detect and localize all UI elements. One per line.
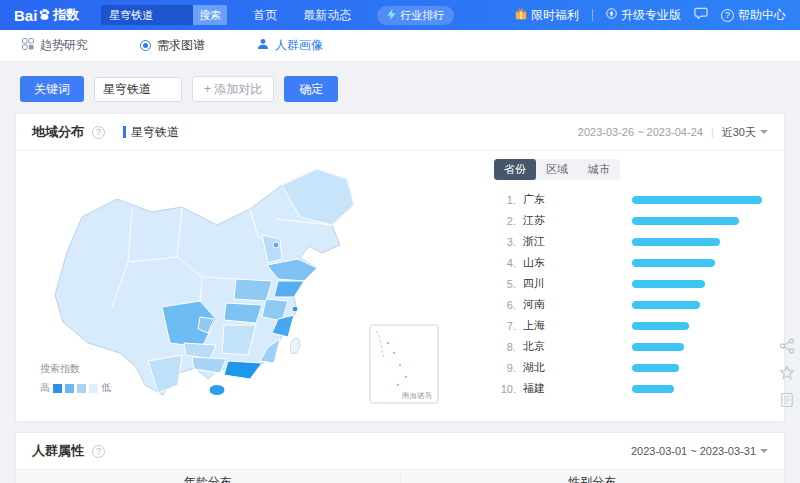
region-body: 南海诸岛 搜索指数 高 低 省份 区域 城市	[16, 151, 784, 421]
divider	[592, 9, 593, 21]
province-beijing[interactable]	[273, 242, 279, 248]
tab-trend-research[interactable]: 趋势研究	[22, 37, 88, 54]
rank-row: 6.河南	[494, 294, 768, 315]
gift-icon	[515, 8, 527, 23]
tab-demand-map[interactable]: 需求图谱	[140, 37, 205, 54]
bolt-icon	[387, 9, 396, 22]
province-guangdong[interactable]	[224, 361, 262, 379]
question-icon[interactable]	[92, 445, 105, 458]
province-ranking: 省份 区域 城市 1.广东 2.江苏 3.浙江 4.山东 5.四川 6.河南 7…	[482, 157, 768, 409]
floating-side-toolbar	[779, 338, 795, 408]
promo-link[interactable]: 限时福利	[515, 7, 579, 24]
demographics-header-right: 2023-03-01 ~ 2023-03-31	[631, 445, 768, 457]
demographics-card-header: 人群属性 2023-03-01 ~ 2023-03-31	[16, 433, 784, 469]
rank-bar-track	[632, 364, 762, 372]
scale-swatch	[77, 384, 86, 393]
caret-down-icon	[760, 130, 768, 134]
rank-bar	[632, 364, 679, 372]
geo-tab-province[interactable]: 省份	[494, 159, 536, 180]
industry-ranking-badge[interactable]: 行业排行	[377, 6, 454, 25]
region-title: 地域分布	[32, 123, 84, 141]
rank-bar	[632, 301, 700, 309]
geo-tab-region[interactable]: 区域	[536, 159, 578, 180]
age-distribution-section: 年龄分布 星穹铁道 全网分布 TGI	[16, 470, 400, 483]
geo-level-tabs: 省份 区域 城市	[494, 159, 620, 180]
province-shanghai[interactable]	[292, 306, 298, 312]
keyword-label-button[interactable]: 关键词	[20, 76, 84, 102]
province-name[interactable]: 广东	[523, 192, 605, 207]
demographics-title: 人群属性	[32, 442, 84, 460]
rank-bar	[632, 217, 739, 225]
rank-bar-track	[632, 217, 762, 225]
demographics-card: 人群属性 2023-03-01 ~ 2023-03-31 年龄分布 星穹铁道 全…	[15, 432, 785, 483]
nav-link-home[interactable]: 首页	[253, 7, 277, 24]
inset-label: 南海诸岛	[401, 391, 432, 400]
province-taiwan[interactable]	[289, 337, 302, 355]
chat-icon[interactable]	[694, 7, 708, 23]
rank-bar	[632, 322, 689, 330]
region-distribution-card: 地域分布 星穹铁道 2023-03-26 ~ 2023-04-24 | 近30天	[15, 113, 785, 422]
gender-section-title: 性别分布	[401, 470, 785, 483]
rank-row: 3.浙江	[494, 231, 768, 252]
rank-bar	[632, 259, 715, 267]
date-range-text: 2023-03-26 ~ 2023-04-24	[578, 126, 703, 138]
baidu-index-logo[interactable]: Bai 指数	[14, 6, 79, 24]
rocket-icon	[606, 8, 617, 22]
legend-high-label: 高	[40, 381, 50, 395]
region-card-header: 地域分布 星穹铁道 2023-03-26 ~ 2023-04-24 | 近30天	[16, 114, 784, 150]
province-name[interactable]: 江苏	[523, 213, 605, 228]
scale-swatch	[65, 384, 74, 393]
province-name[interactable]: 福建	[523, 381, 605, 396]
rank-bar-track	[632, 280, 762, 288]
section-tabbar: 趋势研究 需求图谱 人群画像	[0, 30, 800, 62]
logo-suffix: 指数	[53, 6, 79, 24]
rank-bar-track	[632, 301, 762, 309]
rank-row: 9.湖北	[494, 357, 768, 378]
province-name[interactable]: 四川	[523, 276, 605, 291]
rank-row: 1.广东	[494, 189, 768, 210]
share-icon[interactable]	[779, 338, 795, 354]
age-section-title: 年龄分布	[16, 470, 400, 483]
province-hubei[interactable]	[224, 303, 262, 323]
demographics-date-dropdown[interactable]: 2023-03-01 ~ 2023-03-31	[631, 445, 768, 457]
province-name[interactable]: 北京	[523, 339, 605, 354]
province-name[interactable]: 上海	[523, 318, 605, 333]
rank-bar	[632, 385, 674, 393]
rank-row: 2.江苏	[494, 210, 768, 231]
rank-bar	[632, 343, 684, 351]
province-name[interactable]: 山东	[523, 255, 605, 270]
series-color-mark	[123, 126, 126, 138]
upgrade-pro-link[interactable]: 升级专业版	[606, 7, 681, 24]
star-icon[interactable]	[779, 365, 795, 381]
logo-text: Bai	[14, 7, 37, 24]
rank-bar	[632, 280, 705, 288]
rank-row: 10.福建	[494, 378, 768, 399]
range-selector-dropdown[interactable]: 近30天	[722, 125, 768, 140]
tab-audience-profile[interactable]: 人群画像	[257, 37, 323, 54]
legend-low-label: 低	[101, 381, 111, 395]
nav-link-news[interactable]: 最新动态	[303, 7, 351, 24]
province-name[interactable]: 浙江	[523, 234, 605, 249]
province-name[interactable]: 湖北	[523, 360, 605, 375]
question-icon[interactable]	[92, 126, 105, 139]
search-button[interactable]: 搜索	[193, 5, 227, 25]
search-input[interactable]	[101, 5, 193, 25]
help-center-link[interactable]: 帮助中心	[721, 7, 786, 24]
province-henan[interactable]	[234, 279, 272, 301]
rank-bar-track	[632, 385, 762, 393]
confirm-button[interactable]: 确定	[284, 76, 338, 102]
province-name[interactable]: 河南	[523, 297, 605, 312]
province-hainan[interactable]	[209, 385, 225, 396]
add-compare-button[interactable]: + 添加对比	[192, 76, 274, 102]
keyword-input[interactable]	[94, 77, 182, 102]
series-legend: 星穹铁道	[123, 124, 179, 141]
help-icon	[721, 9, 734, 22]
radio-selected-icon	[140, 40, 151, 51]
query-bar: 关键词 + 添加对比 确定	[20, 75, 800, 103]
paw-icon	[38, 7, 51, 24]
province-guangxi[interactable]	[192, 357, 226, 373]
geo-tab-city[interactable]: 城市	[578, 159, 620, 180]
document-icon[interactable]	[779, 392, 795, 408]
province-jiangsu[interactable]	[274, 281, 304, 297]
map-legend: 搜索指数 高 低	[40, 362, 111, 395]
